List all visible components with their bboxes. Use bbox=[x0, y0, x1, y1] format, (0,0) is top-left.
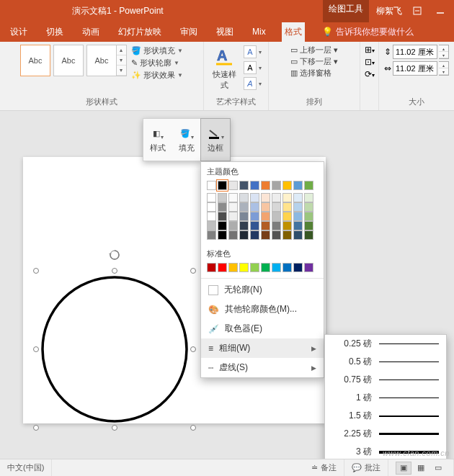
color-swatch[interactable] bbox=[228, 221, 238, 230]
text-fill-button[interactable]: A▾ bbox=[244, 45, 262, 59]
width-spinner[interactable]: ▴▾ bbox=[439, 61, 449, 76]
height-spinner[interactable]: ▴▾ bbox=[439, 45, 449, 59]
color-swatch[interactable] bbox=[261, 221, 270, 230]
color-swatch[interactable] bbox=[250, 221, 259, 230]
selected-shape[interactable] bbox=[36, 271, 193, 428]
color-swatch[interactable] bbox=[261, 202, 270, 212]
color-swatch[interactable] bbox=[239, 263, 249, 272]
rotate-handle[interactable] bbox=[109, 249, 120, 261]
color-swatch[interactable] bbox=[218, 212, 227, 221]
quick-styles-button[interactable]: A 快速样式 bbox=[210, 45, 239, 91]
resize-handle[interactable] bbox=[33, 425, 39, 431]
mini-fill-button[interactable]: 🪣▾ 填充 bbox=[172, 119, 201, 161]
no-outline-item[interactable]: 无轮廓(N) bbox=[201, 280, 324, 300]
group-objects-button[interactable]: ⊡▾ bbox=[365, 57, 375, 67]
color-swatch[interactable] bbox=[207, 212, 216, 221]
shape-outline-button[interactable]: ✎形状轮廓▼ bbox=[131, 57, 183, 69]
text-outline-button[interactable]: A▾ bbox=[244, 60, 262, 75]
color-swatch[interactable] bbox=[250, 230, 259, 240]
selection-pane-button[interactable]: ▥选择窗格 bbox=[290, 68, 338, 78]
color-swatch[interactable] bbox=[272, 221, 281, 230]
color-swatch[interactable] bbox=[293, 181, 303, 190]
color-swatch[interactable] bbox=[293, 212, 303, 221]
color-swatch[interactable] bbox=[207, 221, 216, 230]
color-swatch[interactable] bbox=[282, 202, 292, 212]
tab-transitions[interactable]: 切换 bbox=[43, 22, 66, 42]
color-swatch[interactable] bbox=[304, 202, 313, 212]
color-swatch[interactable] bbox=[218, 230, 227, 240]
resize-handle[interactable] bbox=[33, 346, 39, 352]
tab-design[interactable]: 设计 bbox=[7, 22, 30, 42]
color-swatch[interactable] bbox=[218, 202, 227, 212]
color-swatch[interactable] bbox=[282, 181, 292, 190]
resize-handle[interactable] bbox=[190, 425, 196, 431]
weight-option[interactable]: 2.25 磅 bbox=[325, 425, 446, 443]
color-swatch[interactable] bbox=[282, 193, 292, 202]
text-effects-button[interactable]: A▾ bbox=[244, 76, 262, 91]
tell-me[interactable]: 💡 告诉我你想要做什么 bbox=[322, 26, 414, 38]
color-swatch[interactable] bbox=[239, 221, 249, 230]
color-swatch[interactable] bbox=[207, 230, 216, 240]
color-swatch[interactable] bbox=[282, 230, 292, 240]
color-swatch[interactable] bbox=[250, 212, 259, 221]
color-swatch[interactable] bbox=[261, 263, 270, 272]
weight-option[interactable]: 0.5 磅 bbox=[325, 353, 446, 371]
height-input[interactable] bbox=[393, 45, 437, 59]
color-swatch[interactable] bbox=[282, 263, 292, 272]
reading-view-button[interactable]: ▭ bbox=[430, 462, 446, 475]
color-swatch[interactable] bbox=[304, 221, 313, 230]
color-swatch[interactable] bbox=[228, 193, 238, 202]
color-swatch[interactable] bbox=[250, 181, 259, 190]
color-swatch[interactable] bbox=[218, 193, 227, 202]
color-swatch[interactable] bbox=[218, 263, 227, 272]
color-swatch[interactable] bbox=[304, 181, 313, 190]
weight-option[interactable]: 0.25 磅 bbox=[325, 335, 446, 353]
minimize-button[interactable] bbox=[432, 3, 448, 19]
weight-option[interactable]: 0.75 磅 bbox=[325, 371, 446, 389]
color-swatch[interactable] bbox=[293, 221, 303, 230]
color-swatch[interactable] bbox=[250, 263, 259, 272]
color-swatch[interactable] bbox=[282, 221, 292, 230]
weight-option[interactable]: 1 磅 bbox=[325, 389, 446, 407]
normal-view-button[interactable]: ▣ bbox=[396, 462, 411, 475]
color-swatch[interactable] bbox=[228, 202, 238, 212]
color-swatch[interactable] bbox=[239, 230, 249, 240]
color-swatch[interactable] bbox=[304, 230, 313, 240]
color-swatch[interactable] bbox=[261, 181, 270, 190]
color-swatch[interactable] bbox=[293, 202, 303, 212]
comments-button[interactable]: 💬批注 bbox=[344, 459, 388, 476]
color-swatch[interactable] bbox=[228, 230, 238, 240]
tab-format[interactable]: 格式 bbox=[282, 22, 305, 42]
ribbon-options-button[interactable] bbox=[409, 3, 425, 19]
color-swatch[interactable] bbox=[261, 212, 270, 221]
align-button[interactable]: ⊞▾ bbox=[365, 45, 375, 55]
color-swatch[interactable] bbox=[250, 193, 259, 202]
color-swatch[interactable] bbox=[228, 263, 238, 272]
color-swatch[interactable] bbox=[261, 230, 270, 240]
color-swatch[interactable] bbox=[218, 221, 227, 230]
color-swatch[interactable] bbox=[272, 230, 281, 240]
color-swatch[interactable] bbox=[239, 202, 249, 212]
tab-mix[interactable]: Mix bbox=[249, 23, 269, 40]
tab-animations[interactable]: 动画 bbox=[79, 22, 102, 42]
weight-item[interactable]: ≡ 粗细(W) ▶ bbox=[201, 338, 324, 358]
color-swatch[interactable] bbox=[293, 230, 303, 240]
width-input[interactable] bbox=[393, 61, 437, 76]
tab-review[interactable]: 审阅 bbox=[177, 22, 200, 42]
shape-style-preset[interactable]: Abc bbox=[20, 45, 50, 76]
weight-option[interactable]: 1.5 磅 bbox=[325, 407, 446, 425]
color-swatch[interactable] bbox=[228, 212, 238, 221]
shape-effects-button[interactable]: ✨形状效果▼ bbox=[131, 69, 183, 81]
color-swatch[interactable] bbox=[282, 212, 292, 221]
color-swatch[interactable] bbox=[272, 181, 281, 190]
resize-handle[interactable] bbox=[112, 268, 117, 274]
tab-view[interactable]: 视图 bbox=[213, 22, 236, 42]
shape-style-gallery-more[interactable]: ▴▾▾ bbox=[117, 45, 127, 76]
color-swatch[interactable] bbox=[293, 193, 303, 202]
language-status[interactable]: 中文(中国) bbox=[0, 459, 52, 476]
bring-forward-button[interactable]: ▭上移一层▾ bbox=[290, 45, 338, 55]
color-swatch[interactable] bbox=[207, 193, 216, 202]
color-swatch[interactable] bbox=[228, 181, 238, 190]
color-swatch[interactable] bbox=[261, 193, 270, 202]
resize-handle[interactable] bbox=[190, 346, 196, 352]
